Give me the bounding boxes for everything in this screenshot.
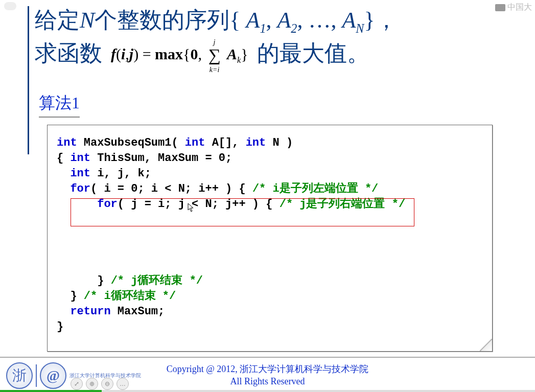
watermark-text: 中国大 — [507, 2, 532, 13]
player-controls: ⤢ ⊕ ⊖ … — [71, 378, 129, 390]
code-content: int MaxSubseqSum1( int A[], int N ) { in… — [57, 135, 405, 335]
section-heading: 算法1 — [39, 92, 80, 118]
university-seal: 浙 — [6, 362, 33, 389]
cloud-icon — [4, 2, 16, 10]
slide-title: 给定N个整数的序列{ A1, A2, …, AN}， 求函数 f(i,j) = … — [35, 4, 505, 72]
zoom-in-button[interactable]: ⊕ — [86, 378, 98, 390]
fullscreen-button[interactable]: ⤢ — [71, 378, 83, 390]
formula: f(i,j) = max{0, j∑k=i Ak} — [111, 39, 248, 72]
page-curl — [480, 339, 492, 351]
logo-separator — [36, 364, 37, 387]
progress-fill — [0, 390, 102, 392]
code-box: int MaxSubseqSum1( int A[], int N ) { in… — [47, 125, 493, 352]
progress-bar[interactable] — [0, 390, 535, 392]
footer-divider — [0, 357, 535, 358]
title-bar — [28, 6, 29, 154]
more-button[interactable]: … — [117, 378, 129, 390]
zoom-out-button[interactable]: ⊖ — [101, 378, 113, 390]
at-logo: @ — [40, 362, 66, 389]
